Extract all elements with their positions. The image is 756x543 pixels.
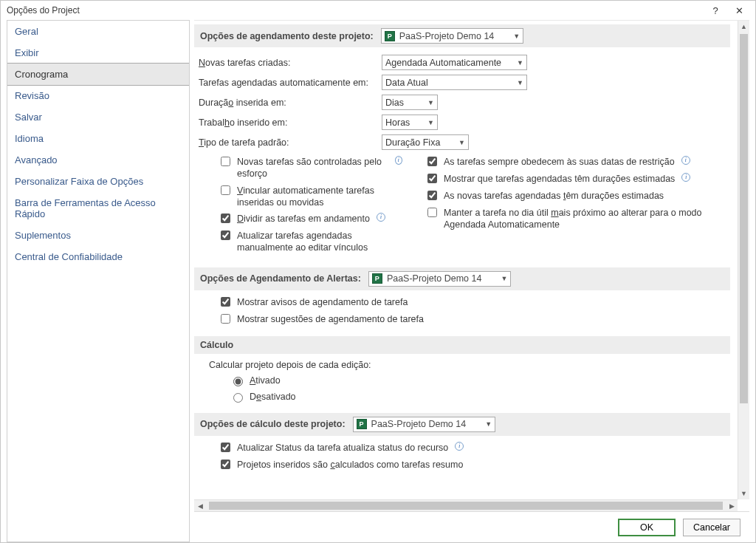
dialog-footer: OK Cancelar — [194, 511, 749, 542]
calc-project-select[interactable]: P PaaS-Projeto Demo 14 ▼ — [353, 417, 495, 432]
chk-show-warnings[interactable]: Mostrar avisos de agendamento de tarefa — [218, 296, 727, 309]
duracao-combo[interactable]: Dias▼ — [382, 95, 438, 110]
vertical-scrollbar[interactable]: ▲ ▼ — [738, 21, 749, 499]
chk-show-suggestions[interactable]: Mostrar sugestões de agendamento de tare… — [218, 313, 727, 326]
chevron-down-icon: ▼ — [517, 59, 523, 66]
help-button[interactable]: ? — [704, 1, 727, 20]
calc-label: Calcular projeto depois de cada edição: — [209, 360, 727, 370]
info-icon[interactable]: i — [681, 156, 690, 165]
chk-show-estimated[interactable]: Mostrar que tarefas agendadas têm duraçõ… — [425, 173, 727, 185]
duracao-label: Duração inserida em: — [197, 98, 382, 108]
novas-tarefas-combo[interactable]: Agendada Automaticamente▼ — [382, 55, 527, 70]
chevron-down-icon: ▼ — [427, 119, 434, 126]
content-scroll[interactable]: Mostrar unidades de atribuição como: Por… — [194, 21, 738, 499]
scroll-left-arrow[interactable]: ◀ — [194, 500, 206, 511]
trabalho-label: Trabalho inserido em: — [197, 117, 382, 128]
chevron-down-icon: ▼ — [485, 420, 492, 428]
section-sched-project: Opções de agendamento deste projeto: P P… — [194, 24, 730, 47]
chk-autolink[interactable]: Vincular automaticamente tarefas inserid… — [218, 185, 402, 209]
window-title: Opções do Project — [7, 5, 704, 16]
close-button[interactable]: ✕ — [727, 1, 751, 20]
category-sidebar[interactable]: Geral Exibir Cronograma Revisão Salvar I… — [7, 20, 190, 542]
chevron-down-icon: ▼ — [458, 139, 465, 146]
ok-button[interactable]: OK — [618, 519, 676, 536]
sidebar-item-idioma[interactable]: Idioma — [7, 128, 189, 149]
sidebar-item-suplementos[interactable]: Suplementos — [7, 225, 189, 246]
tarefas-auto-label: Tarefas agendadas automaticamente em: — [197, 78, 382, 88]
horizontal-scrollbar[interactable]: ◀ ▶ — [194, 499, 738, 511]
info-icon[interactable]: i — [377, 213, 385, 222]
info-icon[interactable]: i — [395, 156, 403, 165]
chk-new-estimated[interactable]: As novas tarefas agendadas têm durações … — [425, 190, 727, 202]
sidebar-item-barra-acesso-rapido[interactable]: Barra de Ferramentas de Acesso Rápido — [7, 192, 189, 225]
tipo-padrao-combo[interactable]: Duração Fixa▼ — [382, 134, 469, 150]
titlebar: Opções do Project ? ✕ — [1, 1, 755, 20]
scroll-thumb-h[interactable] — [209, 502, 723, 510]
chk-keep-nearest[interactable]: Manter a tarefa no dia útil mais próximo… — [425, 207, 727, 231]
radio-calc-off[interactable]: Desativado — [230, 391, 727, 403]
chevron-down-icon: ▼ — [513, 33, 520, 40]
sched-project-select[interactable]: P PaaS-Projeto Demo 14 ▼ — [381, 28, 523, 44]
project-file-icon: P — [372, 273, 382, 284]
options-dialog: Opções do Project ? ✕ Geral Exibir Crono… — [0, 0, 756, 543]
chk-split[interactable]: Dividir as tarefas em andamentoi — [218, 213, 402, 225]
chk-inserted-summary[interactable]: Projetos inseridos são calculados como t… — [218, 459, 727, 471]
alerts-project-select[interactable]: P PaaS-Projeto Demo 14 ▼ — [368, 271, 511, 287]
scroll-down-arrow[interactable]: ▼ — [738, 488, 749, 499]
novas-tarefas-label: Novas tarefas criadas: — [197, 58, 382, 68]
radio-calc-on[interactable]: Ativado — [230, 375, 727, 386]
info-icon[interactable]: i — [455, 442, 464, 451]
sidebar-item-salvar[interactable]: Salvar — [7, 106, 189, 128]
scroll-right-arrow[interactable]: ▶ — [726, 500, 738, 511]
section-calc: Cálculo — [194, 336, 730, 354]
cancel-button[interactable]: Cancelar — [683, 519, 740, 536]
chevron-down-icon: ▼ — [501, 275, 507, 282]
scroll-thumb[interactable] — [740, 34, 748, 403]
tipo-padrao-label: Tipo de tarefa padrão: — [197, 137, 382, 148]
section-alerts: Opções de Agendamento de Alertas: P PaaS… — [194, 267, 730, 290]
info-icon[interactable]: i — [681, 173, 690, 182]
chk-update-manual[interactable]: Atualizar tarefas agendadas manualmente … — [218, 230, 402, 254]
project-file-icon: P — [357, 419, 367, 429]
sidebar-item-cronograma[interactable]: Cronograma — [7, 63, 190, 86]
chk-honor-constraints[interactable]: As tarefas sempre obedecem às suas datas… — [425, 156, 727, 168]
sidebar-item-central-confiabilidade[interactable]: Central de Confiabilidade — [7, 246, 189, 267]
sidebar-item-geral[interactable]: Geral — [7, 21, 189, 42]
sidebar-item-exibir[interactable]: Exibir — [7, 42, 189, 64]
chk-effort-driven[interactable]: Novas tarefas são controladas pelo esfor… — [218, 156, 402, 180]
trabalho-combo[interactable]: Horas▼ — [382, 115, 438, 130]
project-file-icon: P — [385, 31, 395, 41]
sidebar-item-personalizar-faixa[interactable]: Personalizar Faixa de Opções — [7, 171, 189, 192]
sidebar-item-revisao[interactable]: Revisão — [7, 85, 189, 106]
scroll-up-arrow[interactable]: ▲ — [738, 21, 749, 33]
chk-update-status[interactable]: Atualizar Status da tarefa atualiza stat… — [218, 442, 727, 454]
chevron-down-icon: ▼ — [427, 99, 434, 106]
tarefas-auto-combo[interactable]: Data Atual▼ — [382, 75, 527, 90]
section-calc-project: Opções de cálculo deste projeto: P PaaS-… — [194, 413, 730, 436]
chevron-down-icon: ▼ — [517, 79, 523, 86]
sidebar-item-avancado[interactable]: Avançado — [7, 149, 189, 171]
